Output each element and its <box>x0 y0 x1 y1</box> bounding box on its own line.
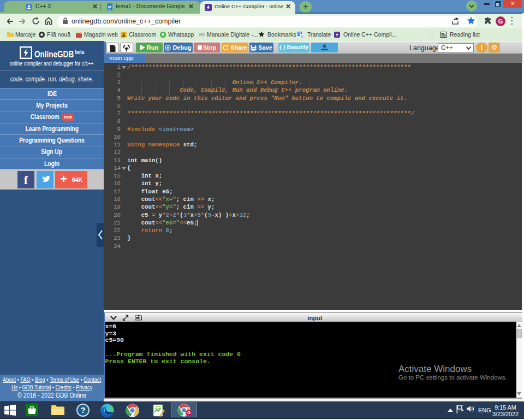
svg-text:g: g <box>301 34 303 38</box>
